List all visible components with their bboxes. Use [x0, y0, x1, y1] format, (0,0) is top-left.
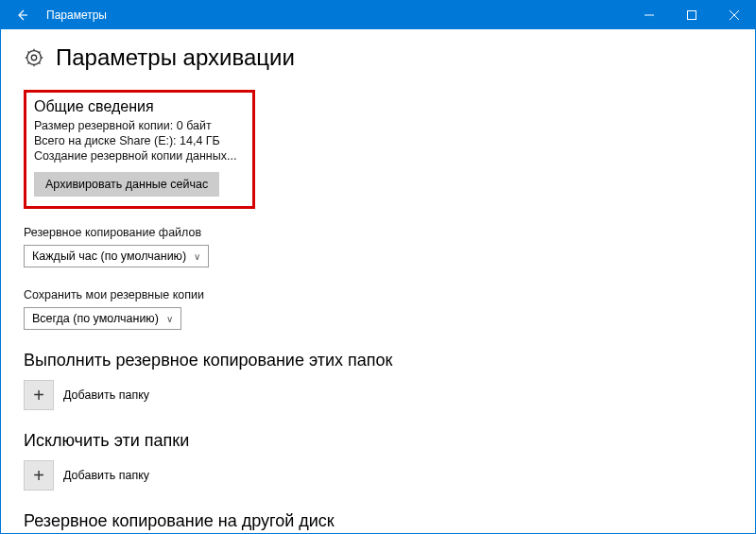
- maximize-button[interactable]: [670, 1, 713, 29]
- keep-backups-value: Всегда (по умолчанию): [32, 312, 159, 325]
- add-include-folder-row[interactable]: + Добавить папку: [24, 380, 732, 410]
- keep-backups-label: Сохранить мои резервные копии: [24, 288, 732, 301]
- add-exclude-folder-label: Добавить папку: [63, 469, 149, 482]
- svg-rect-0: [687, 11, 696, 20]
- add-exclude-folder-button[interactable]: +: [24, 460, 54, 491]
- close-button[interactable]: [713, 1, 755, 29]
- add-exclude-folder-row[interactable]: + Добавить папку: [24, 460, 732, 491]
- titlebar: Параметры: [1, 1, 755, 29]
- page-title: Параметры архивации: [56, 44, 295, 71]
- backup-now-button[interactable]: Архивировать данные сейчас: [34, 172, 219, 197]
- minimize-button[interactable]: [627, 1, 670, 29]
- backup-frequency-block: Резервное копирование файлов Каждый час …: [24, 226, 732, 267]
- page-header: Параметры архивации: [24, 44, 732, 71]
- add-include-folder-label: Добавить папку: [63, 388, 149, 402]
- gear-icon: [24, 47, 44, 68]
- window-title: Параметры: [43, 9, 627, 22]
- overview-section: Общие сведения Размер резервной копии: 0…: [24, 90, 255, 209]
- keep-backups-dropdown[interactable]: Всегда (по умолчанию) ∨: [24, 307, 181, 330]
- other-disk-section: Резервное копирование на другой диск: [24, 511, 732, 531]
- close-icon: [730, 10, 739, 20]
- include-folders-heading: Выполнить резервное копирование этих пап…: [24, 351, 732, 370]
- backup-status-text: Создание резервной копии данных...: [34, 149, 245, 163]
- window-controls: [627, 1, 755, 29]
- content-area: Параметры архивации Общие сведения Разме…: [1, 29, 755, 533]
- maximize-icon: [687, 10, 696, 20]
- plus-icon: +: [33, 385, 44, 406]
- backup-frequency-value: Каждый час (по умолчанию): [32, 250, 186, 263]
- exclude-folders-section: Исключить эти папки + Добавить папку: [24, 431, 732, 491]
- backup-size-text: Размер резервной копии: 0 байт: [34, 119, 245, 132]
- backup-frequency-dropdown[interactable]: Каждый час (по умолчанию) ∨: [24, 245, 209, 267]
- arrow-left-icon: [14, 8, 29, 23]
- plus-icon: +: [33, 465, 44, 487]
- chevron-down-icon: ∨: [166, 314, 173, 324]
- add-include-folder-button[interactable]: +: [24, 380, 54, 410]
- keep-backups-block: Сохранить мои резервные копии Всегда (по…: [24, 288, 732, 330]
- exclude-folders-heading: Исключить эти папки: [24, 431, 732, 451]
- chevron-down-icon: ∨: [194, 251, 200, 262]
- include-folders-section: Выполнить резервное копирование этих пап…: [24, 351, 732, 410]
- overview-heading: Общие сведения: [34, 98, 245, 115]
- svg-point-1: [31, 55, 37, 60]
- minimize-icon: [644, 10, 654, 20]
- other-disk-heading: Резервное копирование на другой диск: [24, 511, 732, 531]
- backup-frequency-label: Резервное копирование файлов: [24, 226, 732, 239]
- back-button[interactable]: [1, 1, 43, 29]
- svg-point-2: [27, 51, 42, 65]
- disk-total-text: Всего на диске Share (E:): 14,4 ГБ: [34, 134, 245, 147]
